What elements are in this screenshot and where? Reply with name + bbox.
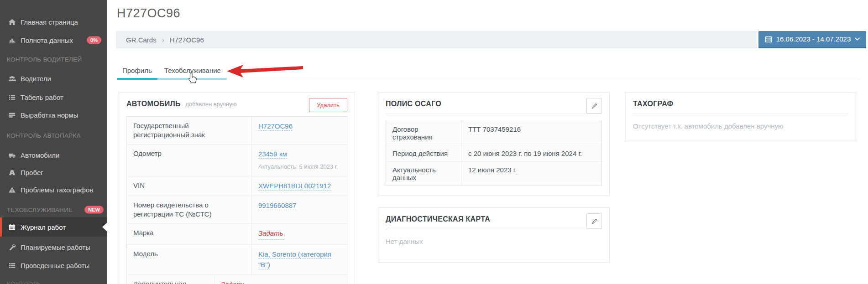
table-row: Марка Задать xyxy=(127,224,347,245)
pencil-icon xyxy=(591,103,598,109)
divider xyxy=(386,114,602,114)
model-link[interactable]: Kia, Sorento (категория "B") xyxy=(258,250,331,269)
sidebar-item-completed-works[interactable]: Проведенные работы xyxy=(0,256,107,274)
tachograph-empty-text: Отсутствует т.к. автомобиль добавлен вру… xyxy=(626,114,856,138)
app-root: Главная страница Полнота данных 0% КОНТР… xyxy=(0,0,868,284)
sidebar-item-norm-output[interactable]: Выработка нормы xyxy=(0,106,107,124)
sidebar-item-label: Журнал работ xyxy=(21,223,66,231)
tab-profile[interactable]: Профиль xyxy=(122,67,152,74)
table-row: Договор страхования ТТТ 7037459216 xyxy=(386,121,601,145)
wrench-icon xyxy=(8,243,16,251)
users-icon xyxy=(8,75,16,83)
row-label: Модель xyxy=(127,245,252,274)
sidebar-item-vehicles[interactable]: Автомобили xyxy=(0,146,107,164)
sidebar-item-drivers[interactable]: Водители xyxy=(0,69,107,88)
table-row: Государственный регистрационный знак Н72… xyxy=(127,117,347,145)
list-icon xyxy=(8,93,16,101)
breadcrumb-separator: › xyxy=(162,36,164,44)
sidebar: Главная страница Полнота данных 0% КОНТР… xyxy=(0,0,107,284)
row-label: VIN xyxy=(127,176,252,196)
road-icon xyxy=(8,169,16,176)
row-label: Одометр xyxy=(127,145,252,176)
sidebar-item-label: Полнота данных xyxy=(21,36,73,44)
sidebar-section-driver-control: КОНТРОЛЬ ВОДИТЕЛЕЙ xyxy=(0,51,107,67)
osago-card: ПОЛИС ОСАГО Договор страхования ТТТ 7037… xyxy=(378,92,610,196)
sidebar-item-work-log[interactable]: Журнал работ xyxy=(0,217,107,237)
sidebar-item-label: Главная страница xyxy=(21,18,78,26)
row-label: Период действия xyxy=(386,145,462,161)
chevron-down-icon xyxy=(855,37,860,41)
sidebar-section-next: КОНТРОЛЬ xyxy=(0,275,107,284)
edit-osago-button[interactable] xyxy=(586,98,602,114)
sidebar-item-planned-works[interactable]: Планируемые работы xyxy=(0,238,107,256)
edit-diagnostic-button[interactable] xyxy=(586,213,602,229)
row-value: 12 июля 2023 г. xyxy=(462,162,601,186)
row-label: Договор страхования xyxy=(386,121,462,145)
row-label: Марка xyxy=(127,224,252,245)
set-extra-info-link[interactable]: Задать xyxy=(221,280,246,284)
set-brand-link[interactable]: Задать xyxy=(258,229,283,237)
active-item-pointer xyxy=(102,222,107,232)
sidebar-item-home[interactable]: Главная страница xyxy=(0,13,107,31)
odometer-link[interactable]: 23459 км xyxy=(258,150,287,159)
row-label: Дополнительная информация xyxy=(127,275,214,284)
diagnostic-empty-text: Нет данных xyxy=(378,229,609,253)
sidebar-item-label: Выработка нормы xyxy=(21,111,78,119)
table-row: Номер свидетельства о регистрации ТС (№С… xyxy=(127,196,347,224)
sidebar-item-label: Проблемы тахографов xyxy=(21,186,93,194)
table-row: Модель Kia, Sorento (категория "B") xyxy=(127,245,347,275)
bar-chart-icon xyxy=(8,36,16,44)
sts-number-link[interactable]: 9919660887 xyxy=(258,201,296,210)
table-row: Период действия с 20 июня 2023 г. по 19 … xyxy=(386,145,601,162)
vehicle-card: АВТОМОБИЛЬ добавлен вручную Удалить Госу… xyxy=(119,92,355,284)
page-title: Н727ОС96 xyxy=(117,6,180,21)
table-row: Актуальность данных 12 июля 2023 г. xyxy=(386,162,601,186)
row-label: Номер свидетельства о регистрации ТС (№С… xyxy=(127,196,252,223)
warning-icon xyxy=(8,186,16,194)
card-title: ПОЛИС ОСАГО xyxy=(386,100,441,108)
sidebar-item-label: Табель работ xyxy=(21,93,63,101)
mouse-cursor-icon xyxy=(187,72,198,88)
sidebar-item-timesheet[interactable]: Табель работ xyxy=(0,88,107,106)
rows-icon xyxy=(8,111,16,119)
annotation-arrow xyxy=(227,64,303,80)
section-label: КОНТРОЛЬ ВОДИТЕЛЕЙ xyxy=(7,56,82,63)
osago-table: Договор страхования ТТТ 7037459216 Перио… xyxy=(386,121,602,186)
osago-card-header: ПОЛИС ОСАГО xyxy=(378,93,609,114)
vehicle-table: Государственный регистрационный знак Н72… xyxy=(126,116,347,284)
sidebar-item-mileage[interactable]: Пробег xyxy=(0,163,107,181)
sidebar-item-label: Водители xyxy=(21,75,51,83)
row-value: ТТТ 7037459216 xyxy=(462,121,601,145)
pencil-icon xyxy=(591,218,598,225)
odometer-note: Актуальность: 5 июля 2023 г. xyxy=(258,162,340,171)
sidebar-item-label: Пробег xyxy=(21,169,43,176)
calendar-icon xyxy=(8,223,16,231)
vin-link[interactable]: XWEPH81BDL0021912 xyxy=(258,182,331,191)
tab-bar-divider xyxy=(117,80,859,80)
home-icon xyxy=(8,18,16,26)
truck-icon xyxy=(8,151,16,159)
section-label: ТЕХОБСЛУЖИВАНИЕ xyxy=(7,207,73,213)
calendar-icon xyxy=(765,36,772,43)
plate-number-link[interactable]: Н727ОС96 xyxy=(258,122,293,131)
row-label: Государственный регистрационный знак xyxy=(127,117,252,144)
delete-vehicle-button[interactable]: Удалить xyxy=(309,98,347,112)
sidebar-item-data-completeness[interactable]: Полнота данных 0% xyxy=(0,31,107,49)
sidebar-section-maintenance: ТЕХОБСЛУЖИВАНИЕ NEW xyxy=(0,201,107,218)
tachograph-card-header: ТАХОГРАФ xyxy=(626,93,856,114)
new-badge: NEW xyxy=(84,206,104,214)
breadcrumb: GR.Cards › Н727ОС96 xyxy=(116,31,757,48)
table-row: VIN XWEPH81BDL0021912 xyxy=(127,176,347,196)
row-label: Актуальность данных xyxy=(386,162,462,186)
sidebar-item-label: Планируемые работы xyxy=(21,243,90,251)
tachograph-card: ТАХОГРАФ Отсутствует т.к. автомобиль доб… xyxy=(625,92,856,141)
vehicle-card-header: АВТОМОБИЛЬ добавлен вручную Удалить xyxy=(119,93,355,114)
sidebar-section-fleet-control: КОНТРОЛЬ АВТОПАРКА xyxy=(0,127,107,144)
row-value: с 20 июня 2023 г. по 19 июня 2024 г. xyxy=(462,145,601,161)
diagnostic-card-header: ДИАГНОСТИЧЕСКАЯ КАРТА xyxy=(378,208,609,229)
date-range-button[interactable]: 16.06.2023 - 14.07.2023 xyxy=(758,31,866,48)
breadcrumb-root-link[interactable]: GR.Cards xyxy=(126,36,157,44)
diagnostic-card: ДИАГНОСТИЧЕСКАЯ КАРТА Нет данных xyxy=(378,207,610,263)
sidebar-item-tachograph-problems[interactable]: Проблемы тахографов xyxy=(0,181,107,199)
sidebar-item-label: Проведенные работы xyxy=(21,262,89,269)
